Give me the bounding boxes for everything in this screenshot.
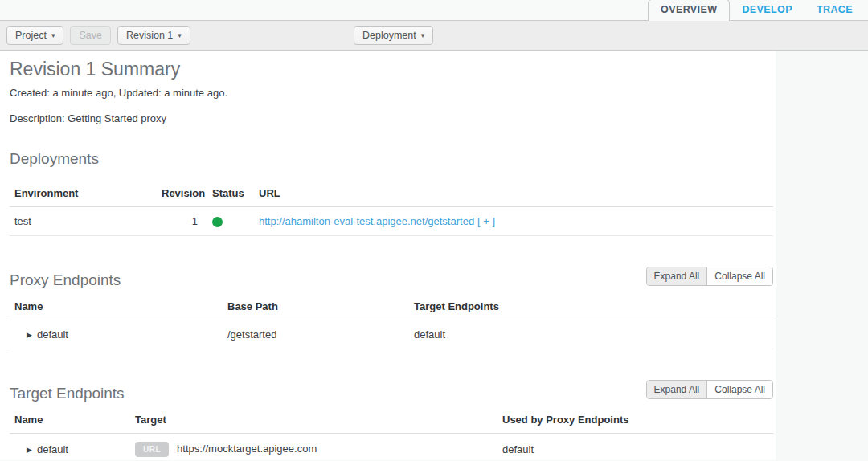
column-header-name: Name: [10, 406, 130, 434]
target-endpoints-expand-controls: Expand All Collapse All: [646, 380, 773, 399]
url-type-badge: URL: [135, 442, 169, 457]
target-endpoint-name[interactable]: default: [37, 443, 68, 455]
proxy-endpoints-section-header: Proxy Endpoints Expand All Collapse All: [0, 268, 776, 292]
deployment-url-link[interactable]: http://ahamilton-eval-test.apigee.net/ge…: [259, 215, 474, 227]
column-header-revision: Revision: [157, 179, 201, 207]
revision-timestamps: Created: a minute ago, Updated: a minute…: [0, 85, 776, 99]
target-endpoint-row: ▶default URLhttps://mocktarget.apigee.co…: [10, 434, 773, 461]
caret-down-icon: ▾: [421, 30, 425, 41]
target-endpoint-used-by: default: [497, 434, 773, 461]
target-endpoints-table: Name Target Used by Proxy Endpoints ▶def…: [10, 406, 773, 461]
target-collapse-all-button[interactable]: Collapse All: [707, 381, 772, 398]
target-expand-all-button[interactable]: Expand All: [647, 381, 708, 398]
tab-trace[interactable]: TRACE: [805, 0, 865, 20]
page-background: Revision 1 Summary Created: a minute ago…: [0, 51, 868, 460]
expand-arrow-icon[interactable]: ▶: [27, 331, 32, 339]
deployment-environment: test: [10, 207, 157, 236]
expand-arrow-icon[interactable]: ▶: [27, 446, 32, 454]
proxy-collapse-all-button[interactable]: Collapse All: [707, 267, 772, 285]
proxy-endpoint-row: ▶default /getstarted default: [10, 320, 773, 349]
column-header-used-by: Used by Proxy Endpoints: [497, 406, 773, 434]
proxy-expand-all-button[interactable]: Expand All: [647, 267, 708, 285]
target-endpoints-section-title: Target Endpoints: [0, 385, 125, 402]
project-menu-button[interactable]: Project ▾: [6, 26, 63, 45]
project-menu-label: Project: [15, 30, 47, 41]
deployment-menu-label: Deployment: [362, 30, 416, 41]
tab-bar: OVERVIEW DEVELOP TRACE: [0, 0, 868, 21]
main-content: Revision 1 Summary Created: a minute ago…: [0, 51, 776, 460]
caret-down-icon: ▾: [51, 30, 55, 41]
column-header-target: Target: [130, 406, 497, 434]
caret-down-icon: ▾: [178, 30, 182, 41]
proxy-endpoints-expand-controls: Expand All Collapse All: [646, 267, 773, 286]
column-header-url: URL: [251, 179, 773, 207]
toolbar: Project ▾ Save Revision 1 ▾ Deployment ▾: [0, 21, 868, 51]
revision-description: Description: Getting Started proxy: [0, 99, 776, 124]
column-header-status: Status: [201, 179, 251, 207]
deployments-section-title: Deployments: [0, 150, 776, 168]
target-endpoint-url: https://mocktarget.apigee.com: [177, 443, 317, 455]
proxy-endpoint-targets: default: [409, 320, 773, 349]
revision-menu-button[interactable]: Revision 1 ▾: [117, 26, 190, 45]
save-button[interactable]: Save: [70, 26, 111, 45]
deployments-table: Environment Revision Status URL test 1 h…: [10, 179, 773, 236]
target-endpoints-section-header: Target Endpoints Expand All Collapse All: [0, 381, 776, 406]
deployment-menu-button[interactable]: Deployment ▾: [354, 26, 433, 45]
url-expand-control[interactable]: [ + ]: [477, 215, 495, 227]
proxy-endpoint-base-path: /getstarted: [223, 320, 409, 349]
revision-menu-label: Revision 1: [126, 30, 173, 41]
proxy-endpoints-table: Name Base Path Target Endpoints ▶default…: [10, 292, 773, 349]
tab-develop[interactable]: DEVELOP: [730, 0, 805, 20]
save-button-label: Save: [79, 30, 102, 41]
tab-overview[interactable]: OVERVIEW: [648, 0, 730, 21]
proxy-endpoints-section-title: Proxy Endpoints: [0, 271, 121, 289]
column-header-target-endpoints: Target Endpoints: [409, 292, 773, 320]
column-header-base-path: Base Path: [223, 292, 409, 320]
page-title: Revision 1 Summary: [0, 57, 776, 85]
column-header-name: Name: [10, 292, 223, 320]
deployment-row: test 1 http://ahamilton-eval-test.apigee…: [10, 207, 773, 236]
column-header-environment: Environment: [10, 179, 157, 207]
deployment-status-icon: [212, 217, 223, 227]
deployment-revision: 1: [157, 207, 201, 236]
proxy-endpoint-name[interactable]: default: [37, 328, 68, 341]
